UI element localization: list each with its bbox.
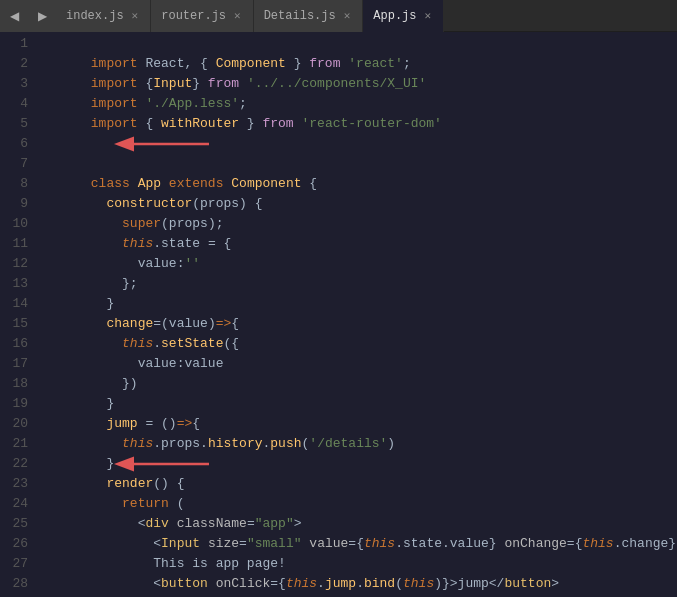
- code-line-10: this.state = {: [44, 214, 677, 234]
- tab-index-js-close[interactable]: ✕: [130, 8, 141, 23]
- code-line-1: import React, { Component } from 'react'…: [44, 34, 677, 54]
- tab-index-js-label: index.js: [66, 9, 124, 23]
- code-line-22: render() {: [44, 454, 677, 474]
- code-line-18: }: [44, 374, 677, 394]
- code-line-25: <Input size="small" value={this.state.va…: [44, 514, 677, 534]
- code-line-3: import './App.less';: [44, 74, 677, 94]
- tab-details-js-label: Details.js: [264, 9, 336, 23]
- code-line-27: <button onClick={this.jump.bind(this)}>j…: [44, 554, 677, 574]
- code-line-9: super(props);: [44, 194, 677, 214]
- tab-app-js-close[interactable]: ✕: [423, 8, 434, 23]
- tab-app-js[interactable]: App.js ✕: [363, 0, 444, 32]
- code-line-20: this.props.history.push('/details'): [44, 414, 677, 434]
- tab-bar: ◀ ▶ index.js ✕ router.js ✕ Details.js ✕ …: [0, 0, 677, 32]
- code-line-2: import {Input} from '../../components/X_…: [44, 54, 677, 74]
- code-line-23: return (: [44, 474, 677, 494]
- code-line-13: }: [44, 274, 677, 294]
- code-line-8: constructor(props) {: [44, 174, 677, 194]
- tab-router-js-close[interactable]: ✕: [232, 8, 243, 23]
- code-line-17: }): [44, 354, 677, 374]
- code-line-4: import { withRouter } from 'react-router…: [44, 94, 677, 114]
- tab-router-js-label: router.js: [161, 9, 226, 23]
- code-line-14: change=(value)=>{: [44, 294, 677, 314]
- tab-details-js-close[interactable]: ✕: [342, 8, 353, 23]
- code-area[interactable]: import React, { Component } from 'react'…: [36, 32, 677, 597]
- code-line-7: class App extends Component {: [44, 154, 677, 174]
- line-numbers: 12345 678910 1112131415 1617181920 21222…: [0, 32, 36, 597]
- code-line-28: </div>: [44, 574, 677, 594]
- code-line-21: }: [44, 434, 677, 454]
- code-line-19: jump = ()=>{: [44, 394, 677, 414]
- editor: 12345 678910 1112131415 1617181920 21222…: [0, 32, 677, 597]
- code-line-12: };: [44, 254, 677, 274]
- tab-app-js-label: App.js: [373, 9, 416, 23]
- tab-router-js[interactable]: router.js ✕: [151, 0, 253, 32]
- code-line-11: value:'': [44, 234, 677, 254]
- tab-details-js[interactable]: Details.js ✕: [254, 0, 364, 32]
- code-line-6: [44, 134, 677, 154]
- code-line-24: <div className="app">: [44, 494, 677, 514]
- code-line-16: value:value: [44, 334, 677, 354]
- code-line-15: this.setState({: [44, 314, 677, 334]
- code-line-26: This is app page!: [44, 534, 677, 554]
- nav-next-button[interactable]: ▶: [28, 0, 56, 32]
- nav-prev-button[interactable]: ◀: [0, 0, 28, 32]
- code-line-5: [44, 114, 677, 134]
- tab-index-js[interactable]: index.js ✕: [56, 0, 151, 32]
